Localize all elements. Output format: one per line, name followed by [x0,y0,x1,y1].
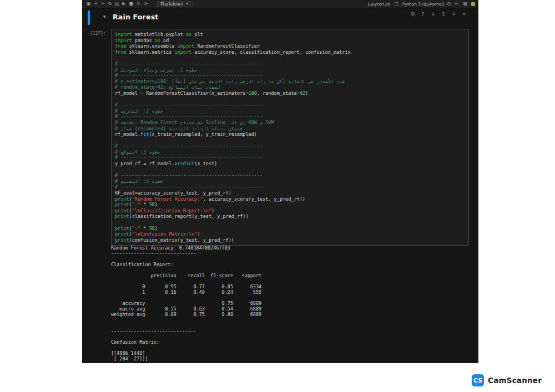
code-line: print("Random Forest Accuracy:", accurac… [115,196,465,202]
code-line: # --------------------------------------… [115,114,465,120]
code-line [115,167,465,173]
code-line: # خطوة 4: التقييم [115,179,465,185]
camscanner-label: CamScanner [488,376,542,385]
code-line: print("-" * 30) [115,226,465,232]
code-line: print("-" * 30) [115,202,465,208]
move-up-icon[interactable]: ↑ [420,11,426,17]
run-icon[interactable]: ▶ [121,1,127,7]
notebook-toolbar: ▣+✂⧉▤▶■↻≫ Markdown ▾ JupyterLab □ Python… [82,0,478,8]
execution-count: [127]: [90,31,106,36]
code-line: from sklearn.ensemble import RandomFores… [115,43,465,49]
code-line [115,138,465,144]
code-line [115,220,465,226]
code-line: RF_eval=accuracy_score(y_test, y_pred_rf… [115,190,465,196]
status-square-icon [471,2,475,6]
code-line: y_pred_rf = rf_model.predict(x_test) [115,161,465,167]
code-line: # --------------------------------------… [115,73,465,79]
code-line: import pandas as pd [115,38,465,44]
kernel-name-label[interactable]: Python 3 (ipykernel) [402,2,445,7]
code-line: print("\nClassification Report:\n") [115,208,465,214]
code-line: # ملاحظة: Random Forest مش محتاج Scaling… [115,120,465,126]
insert-above-icon[interactable]: ↥ [440,11,447,17]
code-line: # n_estimators=100: عدد الأشجار في الغاب… [115,79,465,85]
cell-type-label: Markdown [160,2,183,7]
code-line: # خطوة 1: تعريف وبناء الموديل [115,67,465,73]
grid-icon[interactable]: ▦ [462,1,468,7]
code-line: from sklearn.metrics import accuracy_sco… [115,49,465,55]
code-line: import matplotlib.pyplot as plt [115,32,465,38]
fast-forward-icon[interactable]: ≫ [143,1,149,7]
code-line: rf_model.fit(x_train_resampled, y_train_… [115,131,465,138]
menu-icon[interactable]: ≡ [453,1,460,7]
markdown-cell[interactable]: ▾ Rain Forest ⧉↑↓↥↧× [82,9,478,26]
copy-icon[interactable]: ⧉ [107,1,113,7]
toolbar-right: JupyterLab □ Python 3 (ipykernel) ≡ ▦ [368,1,475,7]
duplicate-icon[interactable]: ⧉ [410,11,416,17]
code-line: # --------------------------------------… [115,155,465,161]
cut-icon[interactable]: ✂ [100,1,106,7]
delete-icon[interactable]: × [461,11,467,17]
toolbar-left-icons: ▣+✂⧉▤▶■↻≫ [85,1,149,7]
save-icon[interactable]: ▣ [85,1,92,7]
collapse-chevron-icon[interactable]: ▾ [103,14,106,19]
code-line: # --------------------------------------… [115,61,465,67]
code-line: # --------------------------------------… [115,102,465,108]
camscanner-logo-icon: CS [472,374,484,386]
camscanner-badge-text: CS [473,377,482,384]
code-line: rf_model = RandomForestClassifier(n_esti… [115,90,465,96]
paste-icon[interactable]: ▤ [114,1,120,7]
code-line: # --------------------------------------… [115,172,465,179]
cell-type-dropdown[interactable]: Markdown ▾ [157,1,193,7]
insert-below-icon[interactable]: ↧ [451,11,457,17]
restart-icon[interactable]: ↻ [135,1,142,7]
selected-cell-indicator [88,11,90,25]
code-line: # خطوة 2: التدريب [115,108,465,114]
move-down-icon[interactable]: ↓ [430,11,437,17]
layout-icon[interactable]: □ [393,1,400,7]
code-line: # random_state=42: لضمان ثبات النتائج [115,84,465,90]
add-icon[interactable]: + [93,1,99,7]
chevron-down-icon: ▾ [185,1,189,7]
code-line: print("\nConfusion Matrix:\n") [115,231,465,237]
code-line [115,96,465,103]
jupyterlab-label: JupyterLab [368,2,390,7]
cell-output: Random Forest Accuracy: 0.74858470024677… [111,245,261,362]
scanned-page: ▣+✂⧉▤▶■↻≫ Markdown ▾ JupyterLab □ Python… [0,0,555,392]
code-line: # خطوة 3: التوقع [115,149,465,155]
code-line: print(confusion_matrix(y_test, y_pred_rf… [115,237,465,243]
stop-icon[interactable]: ■ [128,1,134,7]
kernel-status-icon [447,2,451,6]
code-line: # --------------------------------------… [115,184,465,190]
code-line [115,55,465,61]
code-editor[interactable]: import matplotlib.pyplot as pltimport pa… [111,29,469,246]
camscanner-watermark: CS CamScanner [472,374,542,386]
markdown-title: Rain Forest [113,13,158,21]
code-line: # --------------------------------------… [115,143,465,149]
code-line: print(classification_report(y_test, y_pr… [115,213,465,220]
cell-toolbar: ⧉↑↓↥↧× [410,11,467,17]
code-line: # شغال (resampled) فممكن ندخله الداتا ال… [115,126,465,132]
jupyter-notebook-screenshot: ▣+✂⧉▤▶■↻≫ Markdown ▾ JupyterLab □ Python… [82,0,478,363]
